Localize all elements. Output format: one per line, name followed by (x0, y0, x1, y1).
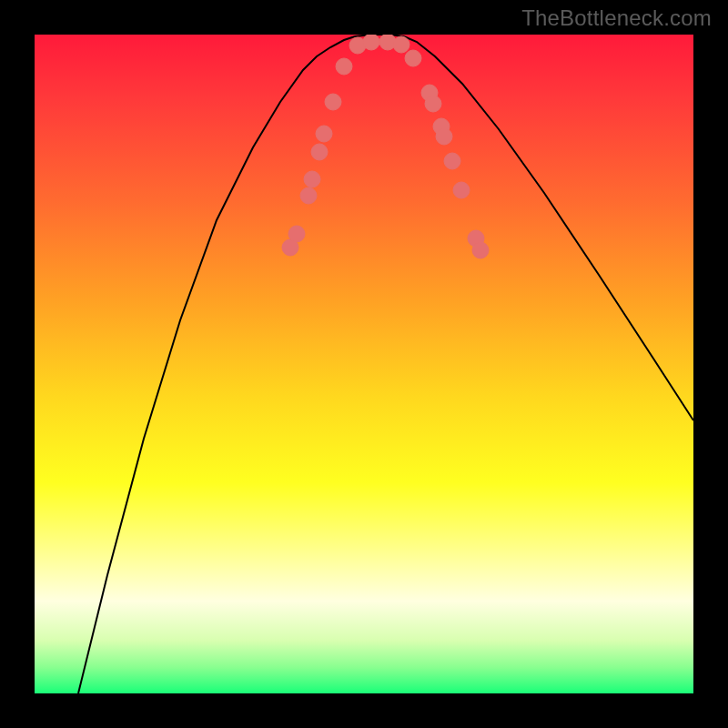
data-marker (304, 171, 320, 187)
data-markers-group (282, 35, 489, 258)
data-marker (405, 50, 421, 66)
data-marker (453, 182, 470, 198)
data-marker (425, 96, 441, 112)
data-marker (444, 153, 460, 169)
data-marker (288, 226, 305, 242)
bottleneck-curve (78, 35, 693, 693)
curve-svg (35, 35, 693, 693)
data-marker (363, 35, 379, 50)
watermark-text: TheBottleneck.com (521, 5, 712, 31)
data-marker (325, 94, 341, 110)
data-marker (300, 187, 317, 204)
data-marker (311, 144, 328, 160)
data-marker (336, 58, 352, 75)
data-marker (316, 126, 332, 142)
data-marker (436, 128, 452, 145)
chart-plot-area (35, 35, 693, 693)
data-marker (393, 36, 410, 53)
data-marker (472, 242, 489, 258)
